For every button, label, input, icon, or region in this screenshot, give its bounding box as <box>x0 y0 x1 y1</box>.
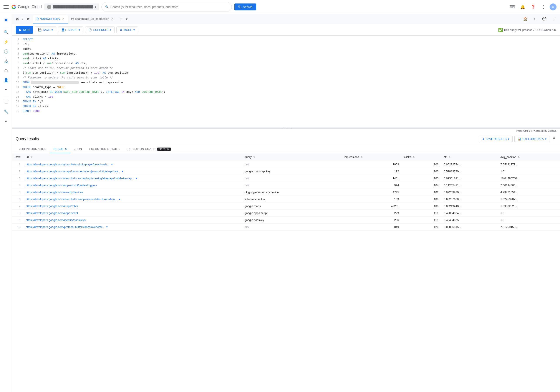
url-expand-icon[interactable]: ▾ <box>119 198 120 201</box>
more-options-icon[interactable]: ⋮ <box>539 3 548 11</box>
cell-query: google passkey <box>242 217 341 224</box>
code-line-2: 2 url, <box>12 42 560 47</box>
code-line-12: 12 AND data_date BETWEEN DATE_SUB(CURREN… <box>12 90 560 95</box>
cell-impressions: 49261 <box>341 203 401 210</box>
help-icon[interactable]: ❓ <box>529 3 537 11</box>
cell-query: google apps script <box>242 210 341 217</box>
schedule-button[interactable]: 🕐 SCHEDULE ▾ <box>85 27 115 33</box>
tab-bar-home-icon[interactable]: 🏠 <box>521 15 530 23</box>
url-expand-icon[interactable]: ▾ <box>111 163 113 166</box>
cell-ctr: 0.46484375 <box>441 217 498 224</box>
tab-execution-details[interactable]: EXECUTION DETAILS <box>86 145 123 153</box>
table-row: 1 https://developers.google.com/youtube/… <box>12 161 560 168</box>
tab-item-home2[interactable] <box>24 15 33 23</box>
tab-more-button[interactable]: ▾ <box>125 17 128 21</box>
tab-add-button[interactable]: + <box>118 16 124 23</box>
url-expand-icon[interactable]: ▾ <box>106 225 108 229</box>
query-sort-icon[interactable]: ⇅ <box>253 156 255 158</box>
cell-row-num: 1 <box>12 161 23 168</box>
url-sort-icon[interactable]: ⇅ <box>30 156 32 158</box>
sidebar-item-filter[interactable]: ⚡ <box>2 38 10 46</box>
sidebar-item-search[interactable]: 🔍 <box>2 28 10 37</box>
cell-url: https://developers.google.com/nearby/dev… <box>23 189 242 196</box>
results-actions: ⬇ SAVE RESULTS ▾ 📊 EXPLORE DATA ▾ ⇕ <box>479 136 557 142</box>
tab-json[interactable]: JSON <box>70 145 86 153</box>
save-button[interactable]: 💾 SAVE ▾ <box>35 27 56 33</box>
share-icon: 👤+ <box>61 28 67 31</box>
global-search-bar[interactable]: 🔍 <box>101 2 232 12</box>
sidebar-item-bigquery[interactable] <box>2 16 10 24</box>
editor-resize-handle[interactable]: · · · · · <box>12 127 560 129</box>
tab-job-information[interactable]: JOB INFORMATION <box>16 145 50 153</box>
cell-url: https://developers.google.com/search/doc… <box>23 196 242 203</box>
ctr-sort-icon[interactable]: ⇅ <box>449 156 450 158</box>
more-button[interactable]: ⚙ MORE ▾ <box>116 27 138 33</box>
table-row: 4 https://developers.google.com/apps-scr… <box>12 182 560 189</box>
tab-execution-graph[interactable]: EXECUTION GRAPH PREVIEW <box>123 145 174 153</box>
url-expand-icon[interactable]: ▾ <box>122 170 123 173</box>
sidebar-item-users[interactable]: 👤 <box>2 76 10 85</box>
cell-impressions: 163 <box>341 196 401 203</box>
cell-ctr: 0.66257668... <box>441 196 498 203</box>
project-selector[interactable]: ████████████████████ ▾ <box>44 3 99 10</box>
sidebar-item-list[interactable]: ☰ <box>2 98 10 106</box>
share-button[interactable]: 👤+ SHARE ▾ <box>58 27 83 33</box>
run-button[interactable]: ▶ RUN <box>16 26 33 34</box>
notifications-icon[interactable]: 🔔 <box>518 3 527 11</box>
avg-position-sort-icon[interactable]: ⇅ <box>518 156 520 158</box>
cell-row-num: 2 <box>12 168 23 175</box>
tab-home[interactable] <box>14 16 21 23</box>
sidebar-item-tools[interactable]: 🔧 <box>2 107 10 116</box>
tab-results[interactable]: RESULTS <box>50 145 70 153</box>
result-tabs: JOB INFORMATION RESULTS JSON EXECUTION D… <box>12 145 560 153</box>
search-button[interactable]: 🔍 Search <box>234 3 256 10</box>
more-dropdown-icon: ▾ <box>133 28 135 31</box>
sidebar-item-pipeline[interactable]: ⬡ <box>2 66 10 75</box>
clicks-sort-icon[interactable]: ⇅ <box>413 156 415 158</box>
explore-data-button[interactable]: 📊 EXPLORE DATA ▾ <box>514 136 550 142</box>
tab-close-unsaved[interactable]: ✕ <box>61 17 65 21</box>
sidebar-item-history[interactable]: 🕐 <box>2 47 10 56</box>
cell-impressions: 1401 <box>341 175 401 182</box>
logo-text: Google Cloud <box>18 5 42 9</box>
tab-unsaved-query[interactable]: *Unsaved query ✕ <box>33 15 68 23</box>
code-line-10: 10 FROM ████████████████████████████.sea… <box>12 80 560 85</box>
cell-avg-position: 1.02453987... <box>498 196 560 203</box>
cell-row-num: 7 <box>12 203 23 210</box>
tab-bar-info-icon[interactable]: ℹ <box>530 15 539 23</box>
run-play-icon: ▶ <box>19 28 22 32</box>
save-results-button[interactable]: ⬇ SAVE RESULTS ▾ <box>479 136 513 142</box>
main-layout: 🔍 ⚡ 🕐 🔬 ⬡ 👤 • ☰ 🔧 • › *Unsaved query ✕ <box>0 14 560 392</box>
tab-bar-chat-icon[interactable]: 💬 <box>540 15 549 23</box>
dropdown-icon: ▾ <box>95 5 96 9</box>
cell-url: https://developers.google.com/apps-scrip… <box>23 182 242 189</box>
sidebar-divider-1 <box>3 26 9 26</box>
sidebar-item-dot1[interactable]: • <box>2 85 10 94</box>
col-ctr: ctr ⇅ <box>441 153 498 161</box>
editor-toolbar: ▶ RUN 💾 SAVE ▾ 👤+ SHARE ▾ 🕐 SCHEDULE ▾ ⚙… <box>12 24 560 36</box>
table-row: 3 https://developers.google.com/search/d… <box>12 175 560 182</box>
terminal-icon[interactable]: ⌨ <box>508 3 517 11</box>
user-avatar[interactable]: U <box>550 3 557 10</box>
cell-ctr: 0.02233930... <box>441 189 498 196</box>
cell-impressions: 2049 <box>341 224 401 231</box>
menu-icon[interactable] <box>3 4 9 10</box>
cell-query: google maps <box>242 203 341 210</box>
global-search-input[interactable] <box>110 5 228 9</box>
results-table-container: Row url ⇅ query ⇅ impressions <box>12 153 560 392</box>
cell-clicks: 119 <box>401 217 441 224</box>
url-expand-icon[interactable]: ▾ <box>136 177 137 180</box>
cell-row-num: 6 <box>12 196 23 203</box>
project-name: ████████████████████ <box>53 5 93 9</box>
cell-clicks: 110 <box>401 210 441 217</box>
tab-bar-grid-icon[interactable]: ⊞ <box>550 15 558 23</box>
sidebar-item-explore[interactable]: 🔬 <box>2 57 10 65</box>
sidebar-item-dot2[interactable]: • <box>2 117 10 126</box>
cell-row-num: 3 <box>12 175 23 182</box>
impressions-sort-icon[interactable]: ⇅ <box>360 156 362 158</box>
top-nav: Google Cloud ████████████████████ ▾ 🔍 🔍 … <box>0 0 560 14</box>
tab-searchdata[interactable]: searchdata_url_impression ✕ <box>69 15 117 23</box>
sql-editor[interactable]: 1 SELECT 2 url, 3 query, 4 sum(impressio… <box>12 36 560 127</box>
expand-results-icon[interactable]: ⇕ <box>551 136 557 142</box>
tab-close-searchdata[interactable]: ✕ <box>110 17 114 21</box>
